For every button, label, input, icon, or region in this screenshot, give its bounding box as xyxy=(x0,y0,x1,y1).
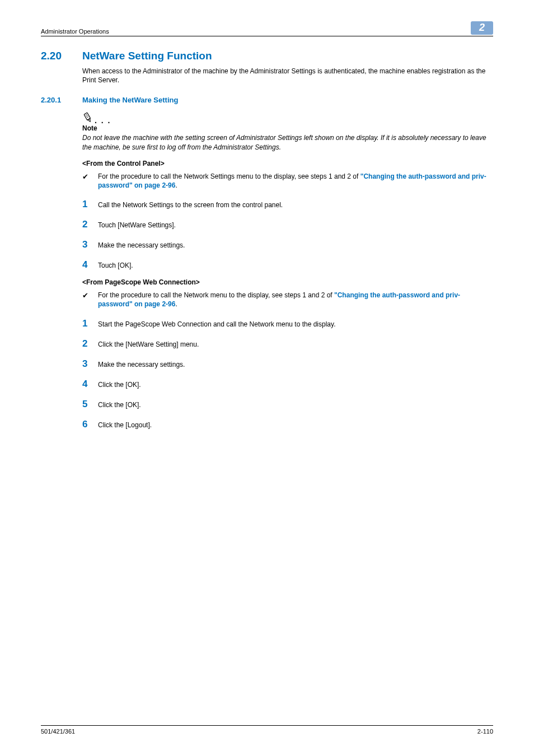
svg-line-1 xyxy=(86,114,87,115)
wc-step-6: 6 Click the [Logout]. xyxy=(82,419,493,430)
step-text: Call the Network Settings to the screen … xyxy=(98,201,283,209)
section-intro-text: When access to the Administrator of the … xyxy=(82,67,493,85)
subsection-title: Making the NetWare Setting xyxy=(82,96,178,104)
wc-step-3: 3 Make the necessary settings. xyxy=(82,358,493,370)
wc-step-5: 5 Click the [OK]. xyxy=(82,399,493,410)
svg-line-2 xyxy=(86,116,88,117)
step-number: 3 xyxy=(82,239,98,250)
note-label: Note xyxy=(82,124,493,132)
web-connection-heading: <From PageScope Web Connection> xyxy=(82,278,493,286)
page-footer: 501/421/361 2-110 xyxy=(41,725,493,735)
wc-step-1: 1 Start the PageScope Web Connection and… xyxy=(82,318,493,329)
subsection-heading: 2.20.1 Making the NetWare Setting xyxy=(41,96,493,104)
step-text: Touch [NetWare Settings]. xyxy=(98,221,176,229)
step-text: Click the [NetWare Setting] menu. xyxy=(98,340,199,348)
step-number: 1 xyxy=(82,318,98,329)
subsection-number: 2.20.1 xyxy=(41,96,82,104)
wc-step-2: 2 Click the [NetWare Setting] menu. xyxy=(82,338,493,349)
cp-prereq-pre: For the procedure to call the Network Se… xyxy=(98,172,360,180)
step-number: 4 xyxy=(82,379,98,390)
note-block: . . . Note Do not leave the machine with… xyxy=(82,112,493,151)
cp-prereq-text: For the procedure to call the Network Se… xyxy=(98,172,493,190)
chapter-badge: 2 xyxy=(471,21,493,35)
wc-prereq-bullet: ✔ For the procedure to call the Network … xyxy=(82,291,493,309)
section-number: 2.20 xyxy=(41,50,82,62)
footer-page-number: 2-110 xyxy=(477,728,493,735)
cp-step-3: 3 Make the necessary settings. xyxy=(82,239,493,250)
cp-prereq-post: . xyxy=(175,181,177,189)
note-dots: . . . xyxy=(95,116,111,125)
checkmark-icon: ✔ xyxy=(82,172,98,182)
step-text: Start the PageScope Web Connection and c… xyxy=(98,320,335,328)
note-text: Do not leave the machine with the settin… xyxy=(82,133,493,151)
cp-step-4: 4 Touch [OK]. xyxy=(82,259,493,270)
section-title: NetWare Setting Function xyxy=(82,50,212,62)
wc-prereq-text: For the procedure to call the Network me… xyxy=(98,291,493,309)
step-text: Touch [OK]. xyxy=(98,262,133,269)
svg-line-3 xyxy=(87,117,88,118)
step-text: Click the [Logout]. xyxy=(98,421,152,429)
step-number: 1 xyxy=(82,199,98,210)
footer-model: 501/421/361 xyxy=(41,728,75,735)
cp-step-1: 1 Call the Network Settings to the scree… xyxy=(82,199,493,210)
step-text: Click the [OK]. xyxy=(98,401,141,409)
step-number: 6 xyxy=(82,419,98,430)
step-number: 2 xyxy=(82,338,98,349)
cp-prereq-bullet: ✔ For the procedure to call the Network … xyxy=(82,172,493,190)
wc-step-4: 4 Click the [OK]. xyxy=(82,379,493,390)
header-section-title: Administrator Operations xyxy=(41,28,109,35)
step-text: Make the necessary settings. xyxy=(98,361,185,368)
note-icon xyxy=(82,112,93,123)
checkmark-icon: ✔ xyxy=(82,291,98,301)
section-heading: 2.20 NetWare Setting Function xyxy=(41,50,493,62)
step-number: 2 xyxy=(82,219,98,230)
step-number: 5 xyxy=(82,399,98,410)
wc-prereq-post: . xyxy=(175,300,177,308)
step-text: Make the necessary settings. xyxy=(98,241,185,249)
step-text: Click the [OK]. xyxy=(98,381,141,389)
cp-step-2: 2 Touch [NetWare Settings]. xyxy=(82,219,493,230)
control-panel-heading: <From the Control Panel> xyxy=(82,160,493,167)
page-header: Administrator Operations 2 xyxy=(41,21,493,36)
wc-prereq-pre: For the procedure to call the Network me… xyxy=(98,291,334,299)
step-number: 3 xyxy=(82,358,98,370)
step-number: 4 xyxy=(82,259,98,270)
